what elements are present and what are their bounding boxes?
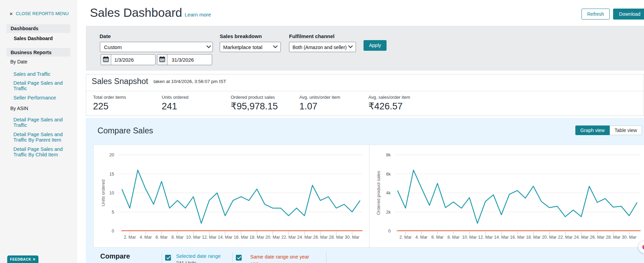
svg-text:10: 10 [110,191,114,195]
svg-text:8. Mar: 8. Mar [171,235,183,240]
svg-text:26. Mar: 26. Mar [313,235,327,240]
svg-text:24. Mar: 24. Mar [574,235,588,240]
svg-text:8k: 8k [386,153,391,157]
svg-text:18. Mar: 18. Mar [526,235,540,240]
svg-text:20: 20 [110,153,114,157]
svg-text:28. Mar: 28. Mar [606,235,620,240]
svg-text:Ordered product sales: Ordered product sales [376,171,381,215]
svg-text:18. Mar: 18. Mar [250,235,264,240]
svg-text:12. Mar: 12. Mar [478,235,493,240]
svg-text:0: 0 [388,229,391,234]
svg-text:30. Mar: 30. Mar [622,235,636,240]
svg-text:20. Mar: 20. Mar [542,235,556,240]
svg-text:12. Mar: 12. Mar [202,235,216,240]
svg-text:30. Mar: 30. Mar [345,235,359,240]
svg-text:16. Mar: 16. Mar [510,235,525,240]
svg-text:22. Mar: 22. Mar [281,235,296,240]
svg-text:15: 15 [110,172,114,177]
svg-text:10. Mar: 10. Mar [462,235,476,240]
svg-text:5: 5 [112,210,114,215]
svg-text:14. Mar: 14. Mar [494,235,508,240]
svg-text:26. Mar: 26. Mar [590,235,605,240]
svg-text:6. Mar: 6. Mar [156,235,168,240]
svg-text:6k: 6k [386,172,391,177]
svg-text:4k: 4k [386,191,391,195]
svg-text:8. Mar: 8. Mar [447,235,459,240]
svg-text:24. Mar: 24. Mar [297,235,312,240]
svg-text:Units ordered: Units ordered [101,179,106,206]
svg-text:22. Mar: 22. Mar [558,235,573,240]
svg-text:2. Mar: 2. Mar [124,235,136,240]
svg-text:2k: 2k [386,210,391,215]
svg-text:2. Mar: 2. Mar [400,235,412,240]
svg-text:16. Mar: 16. Mar [234,235,248,240]
svg-text:4. Mar: 4. Mar [415,235,427,240]
svg-text:6. Mar: 6. Mar [432,235,444,240]
svg-text:0: 0 [112,229,114,234]
svg-text:10. Mar: 10. Mar [186,235,200,240]
svg-text:14. Mar: 14. Mar [218,235,232,240]
svg-text:20. Mar: 20. Mar [265,235,280,240]
svg-text:28. Mar: 28. Mar [329,235,343,240]
svg-text:4. Mar: 4. Mar [140,235,152,240]
